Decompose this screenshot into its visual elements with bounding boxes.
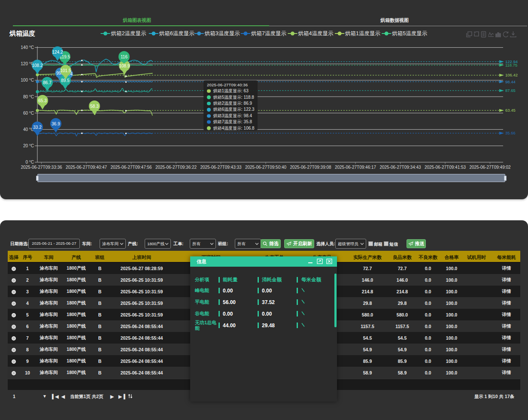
svg-text:2025-06-27T09:39:08: 2025-06-27T09:39:08 <box>290 165 331 170</box>
svg-text:2025-06-27T09:34:43: 2025-06-27T09:34:43 <box>379 165 421 170</box>
svg-text:烘箱4温度显示: 烘箱4温度显示 <box>298 30 334 37</box>
svg-text:101.5: 101.5 <box>60 68 71 73</box>
svg-text:2025-06-27T09:46:17: 2025-06-27T09:46:17 <box>335 165 376 170</box>
svg-text:36.9: 36.9 <box>52 122 60 126</box>
svg-text:烘箱2温度显示: 烘箱2温度显示 <box>111 30 146 37</box>
svg-text:烘箱7温度显示: 烘箱7温度显示 <box>251 30 286 37</box>
svg-text:烘箱1温度显示: 烘箱1温度显示 <box>345 30 380 37</box>
svg-text:118.75: 118.75 <box>505 63 517 67</box>
svg-text:2025-06-27T09:43:33: 2025-06-27T09:43:33 <box>200 165 242 170</box>
svg-text:0 °C: 0 °C <box>25 160 34 164</box>
svg-text:2025-06-27T09:50:40: 2025-06-27T09:50:40 <box>245 165 287 170</box>
svg-text:108.9: 108.9 <box>119 64 130 68</box>
svg-text:2025-06-27T09:49:02: 2025-06-27T09:49:02 <box>469 165 511 170</box>
svg-text:35.66: 35.66 <box>505 131 516 135</box>
svg-text:烘箱5温度显示: 烘箱5温度显示 <box>391 30 427 37</box>
svg-text:86.7: 86.7 <box>43 80 52 85</box>
svg-text:33.2: 33.2 <box>33 125 42 130</box>
svg-text:2025-06-27T09:41:53: 2025-06-27T09:41:53 <box>425 165 466 170</box>
svg-text:116: 116 <box>121 55 127 59</box>
svg-text:100 °C: 100 °C <box>21 78 34 82</box>
svg-text:2025-06-27T09:33:36: 2025-06-27T09:33:36 <box>21 165 62 170</box>
svg-text:140 °C: 140 °C <box>21 45 34 50</box>
svg-text:108.2: 108.2 <box>32 63 42 68</box>
svg-text:20 °C: 20 °C <box>23 143 34 148</box>
svg-text:58.3: 58.3 <box>90 104 99 109</box>
svg-text:80 °C: 80 °C <box>23 94 34 99</box>
svg-text:65.3: 65.3 <box>38 98 47 103</box>
svg-text:124.2: 124.2 <box>52 50 63 55</box>
svg-text:106.42: 106.42 <box>505 73 518 77</box>
svg-text:2025-06-27T09:36:22: 2025-06-27T09:36:22 <box>155 165 197 170</box>
svg-text:98.44: 98.44 <box>505 79 516 84</box>
svg-text:63.45: 63.45 <box>505 108 516 113</box>
svg-text:2025-06-27T09:40:47: 2025-06-27T09:40:47 <box>66 165 107 170</box>
svg-text:烘箱6温度显示: 烘箱6温度显示 <box>159 30 194 37</box>
svg-text:2025-06-27T09:47:56: 2025-06-27T09:47:56 <box>110 165 152 170</box>
svg-text:60 °C: 60 °C <box>23 111 34 116</box>
svg-text:87.65: 87.65 <box>505 88 516 93</box>
svg-text:烘箱3温度显示: 烘箱3温度显示 <box>204 30 240 37</box>
